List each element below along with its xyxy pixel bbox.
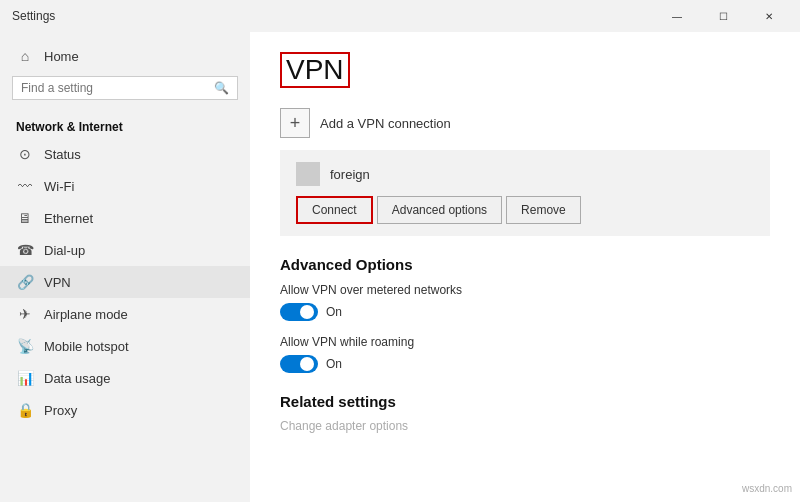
ethernet-icon: 🖥 bbox=[16, 210, 34, 226]
sidebar-item-airplane[interactable]: ✈ Airplane mode bbox=[0, 298, 250, 330]
option2-toggle-row: On bbox=[280, 355, 770, 373]
sidebar-item-status[interactable]: ⊙ Status bbox=[0, 138, 250, 170]
add-vpn-text: Add a VPN connection bbox=[320, 116, 451, 131]
sidebar-datausage-label: Data usage bbox=[44, 371, 111, 386]
vpn-icon: 🔗 bbox=[16, 274, 34, 290]
sidebar-item-proxy[interactable]: 🔒 Proxy bbox=[0, 394, 250, 426]
sidebar: ⌂ Home 🔍 Network & Internet ⊙ Status 〰 W… bbox=[0, 32, 250, 502]
sidebar-vpn-label: VPN bbox=[44, 275, 71, 290]
connect-button[interactable]: Connect bbox=[296, 196, 373, 224]
remove-button[interactable]: Remove bbox=[506, 196, 581, 224]
window-title: Settings bbox=[8, 9, 55, 23]
related-settings-heading: Related settings bbox=[280, 393, 770, 410]
sidebar-home-label: Home bbox=[44, 49, 79, 64]
sidebar-wifi-label: Wi-Fi bbox=[44, 179, 74, 194]
advanced-options-heading: Advanced Options bbox=[280, 256, 770, 273]
add-vpn-icon: + bbox=[280, 108, 310, 138]
dialup-icon: ☎ bbox=[16, 242, 34, 258]
close-button[interactable]: ✕ bbox=[746, 0, 792, 32]
search-icon: 🔍 bbox=[214, 81, 229, 95]
sidebar-section-title: Network & Internet bbox=[0, 112, 250, 138]
home-icon: ⌂ bbox=[16, 48, 34, 64]
sidebar-item-home[interactable]: ⌂ Home bbox=[0, 40, 250, 72]
titlebar: Settings — ☐ ✕ bbox=[0, 0, 800, 32]
status-icon: ⊙ bbox=[16, 146, 34, 162]
sidebar-search-box[interactable]: 🔍 bbox=[12, 76, 238, 100]
sidebar-item-dialup[interactable]: ☎ Dial-up bbox=[0, 234, 250, 266]
vpn-buttons: Connect Advanced options Remove bbox=[296, 196, 754, 224]
advanced-options-button[interactable]: Advanced options bbox=[377, 196, 502, 224]
wifi-icon: 〰 bbox=[16, 178, 34, 194]
datausage-icon: 📊 bbox=[16, 370, 34, 386]
watermark: wsxdn.com bbox=[742, 483, 792, 494]
vpn-entry-name: foreign bbox=[296, 162, 754, 186]
sidebar-item-ethernet[interactable]: 🖥 Ethernet bbox=[0, 202, 250, 234]
search-input[interactable] bbox=[21, 81, 214, 95]
sidebar-item-wifi[interactable]: 〰 Wi-Fi bbox=[0, 170, 250, 202]
sidebar-airplane-label: Airplane mode bbox=[44, 307, 128, 322]
option1-toggle-row: On bbox=[280, 303, 770, 321]
option2-toggle-label: On bbox=[326, 357, 342, 371]
main-content: VPN + Add a VPN connection foreign Conne… bbox=[250, 32, 800, 502]
proxy-icon: 🔒 bbox=[16, 402, 34, 418]
option2-label: Allow VPN while roaming bbox=[280, 335, 770, 349]
vpn-name-label: foreign bbox=[330, 167, 370, 182]
hotspot-icon: 📡 bbox=[16, 338, 34, 354]
option1-label: Allow VPN over metered networks bbox=[280, 283, 770, 297]
change-adapter-link[interactable]: Change adapter options bbox=[280, 419, 408, 433]
vpn-entry: foreign Connect Advanced options Remove bbox=[280, 150, 770, 236]
settings-window: Settings — ☐ ✕ ⌂ Home 🔍 Network & Intern… bbox=[0, 0, 800, 502]
sidebar-dialup-label: Dial-up bbox=[44, 243, 85, 258]
sidebar-item-hotspot[interactable]: 📡 Mobile hotspot bbox=[0, 330, 250, 362]
sidebar-ethernet-label: Ethernet bbox=[44, 211, 93, 226]
maximize-button[interactable]: ☐ bbox=[700, 0, 746, 32]
sidebar-status-label: Status bbox=[44, 147, 81, 162]
add-vpn-row[interactable]: + Add a VPN connection bbox=[280, 108, 770, 138]
page-title: VPN bbox=[280, 52, 350, 88]
airplane-icon: ✈ bbox=[16, 306, 34, 322]
vpn-entry-icon bbox=[296, 162, 320, 186]
window-content: ⌂ Home 🔍 Network & Internet ⊙ Status 〰 W… bbox=[0, 32, 800, 502]
option1-toggle-label: On bbox=[326, 305, 342, 319]
window-controls: — ☐ ✕ bbox=[654, 0, 792, 32]
option1-toggle[interactable] bbox=[280, 303, 318, 321]
sidebar-item-datausage[interactable]: 📊 Data usage bbox=[0, 362, 250, 394]
sidebar-item-vpn[interactable]: 🔗 VPN bbox=[0, 266, 250, 298]
option2-toggle[interactable] bbox=[280, 355, 318, 373]
minimize-button[interactable]: — bbox=[654, 0, 700, 32]
sidebar-proxy-label: Proxy bbox=[44, 403, 77, 418]
sidebar-hotspot-label: Mobile hotspot bbox=[44, 339, 129, 354]
